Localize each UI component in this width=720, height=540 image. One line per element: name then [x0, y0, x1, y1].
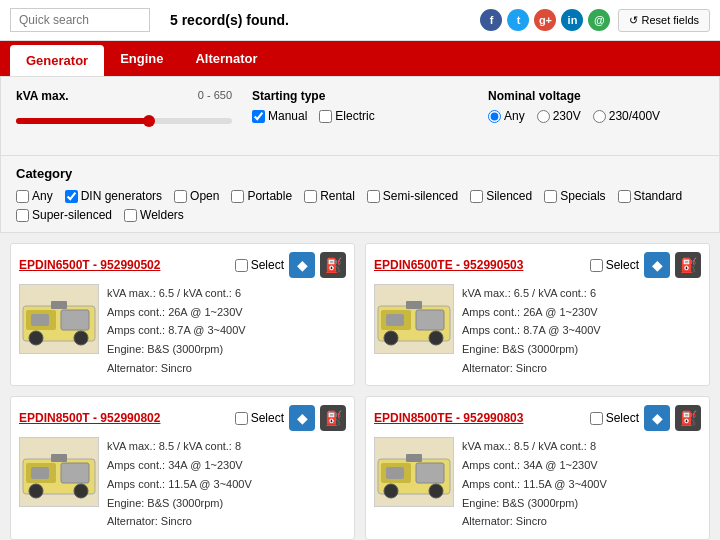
230v-radio[interactable] — [537, 110, 550, 123]
product-title-3[interactable]: EPDIN8500TE - 952990803 — [374, 411, 523, 425]
fan-button-2[interactable]: ◆ — [289, 405, 315, 431]
any-voltage-option[interactable]: Any — [488, 109, 525, 123]
cat-semi-checkbox[interactable] — [367, 190, 380, 203]
cat-any[interactable]: Any — [16, 189, 53, 203]
230-400v-radio[interactable] — [593, 110, 606, 123]
fuel-button-1[interactable]: ⛽ — [675, 252, 701, 278]
product-title-1[interactable]: EPDIN6500TE - 952990503 — [374, 258, 523, 272]
electric-checkbox[interactable] — [319, 110, 332, 123]
cat-any-checkbox[interactable] — [16, 190, 29, 203]
card-actions-1: Select ◆ ⛽ — [590, 252, 701, 278]
cat-rental-checkbox[interactable] — [304, 190, 317, 203]
product-card-3: EPDIN8500TE - 952990803 Select ◆ ⛽ — [365, 396, 710, 539]
tab-engine[interactable]: Engine — [104, 41, 179, 76]
cat-standard-checkbox[interactable] — [618, 190, 631, 203]
svg-rect-23 — [416, 463, 444, 483]
cat-semi-silenced[interactable]: Semi-silenced — [367, 189, 458, 203]
product-image-0 — [19, 284, 99, 354]
any-voltage-radio[interactable] — [488, 110, 501, 123]
product-card-0: EPDIN6500T - 952990502 Select ◆ ⛽ — [10, 243, 355, 386]
svg-point-4 — [74, 331, 88, 345]
manual-label: Manual — [268, 109, 307, 123]
product-title-0[interactable]: EPDIN6500T - 952990502 — [19, 258, 160, 272]
fuel-button-3[interactable]: ⛽ — [675, 405, 701, 431]
category-label: Category — [16, 166, 704, 181]
fuel-button-2[interactable]: ⛽ — [320, 405, 346, 431]
facebook-icon[interactable]: f — [480, 9, 502, 31]
googleplus-icon[interactable]: g+ — [534, 9, 556, 31]
fan-button-1[interactable]: ◆ — [644, 252, 670, 278]
cat-open[interactable]: Open — [174, 189, 219, 203]
product-title-2[interactable]: EPDIN8500T - 952990802 — [19, 411, 160, 425]
cat-portable-checkbox[interactable] — [231, 190, 244, 203]
category-options: Any DIN generators Open Portable Rental … — [16, 189, 704, 203]
select-checkbox-0[interactable] — [235, 259, 248, 272]
select-option-2[interactable]: Select — [235, 411, 284, 425]
cat-rental-label: Rental — [320, 189, 355, 203]
any-voltage-label: Any — [504, 109, 525, 123]
cat-open-label: Open — [190, 189, 219, 203]
select-option-0[interactable]: Select — [235, 258, 284, 272]
cat-standard[interactable]: Standard — [618, 189, 683, 203]
select-checkbox-2[interactable] — [235, 412, 248, 425]
select-label-1: Select — [606, 258, 639, 272]
product-specs-0: kVA max.: 6.5 / kVA cont.: 6 Amps cont.:… — [107, 284, 246, 377]
spec-2-4: Alternator: Sincro — [107, 512, 252, 531]
cat-portable[interactable]: Portable — [231, 189, 292, 203]
svg-point-17 — [29, 484, 43, 498]
select-option-3[interactable]: Select — [590, 411, 639, 425]
reset-button[interactable]: ↺ Reset fields — [618, 9, 710, 32]
cat-silenced[interactable]: Silenced — [470, 189, 532, 203]
spec-1-2: Amps cont.: 8.7A @ 3~400V — [462, 321, 601, 340]
cat-specials[interactable]: Specials — [544, 189, 605, 203]
cat-welders-checkbox[interactable] — [124, 209, 137, 222]
cat-specials-label: Specials — [560, 189, 605, 203]
svg-rect-26 — [406, 454, 422, 462]
select-checkbox-3[interactable] — [590, 412, 603, 425]
kva-slider[interactable] — [16, 113, 232, 129]
230v-option[interactable]: 230V — [537, 109, 581, 123]
spec-3-3: Engine: B&S (3000rpm) — [462, 494, 607, 513]
product-image-1 — [374, 284, 454, 354]
cat-any-label: Any — [32, 189, 53, 203]
svg-rect-9 — [416, 310, 444, 330]
spec-0-3: Engine: B&S (3000rpm) — [107, 340, 246, 359]
spec-1-1: Amps cont.: 26A @ 1~230V — [462, 303, 601, 322]
select-checkbox-1[interactable] — [590, 259, 603, 272]
fan-button-0[interactable]: ◆ — [289, 252, 315, 278]
select-label-3: Select — [606, 411, 639, 425]
spec-2-3: Engine: B&S (3000rpm) — [107, 494, 252, 513]
cat-semi-label: Semi-silenced — [383, 189, 458, 203]
manual-checkbox[interactable] — [252, 110, 265, 123]
linkedin-icon[interactable]: in — [561, 9, 583, 31]
svg-point-11 — [429, 331, 443, 345]
select-option-1[interactable]: Select — [590, 258, 639, 272]
svg-rect-6 — [31, 314, 49, 326]
cat-rental[interactable]: Rental — [304, 189, 355, 203]
cat-welders[interactable]: Welders — [124, 208, 184, 222]
svg-rect-19 — [51, 454, 67, 462]
manual-option[interactable]: Manual — [252, 109, 307, 123]
spec-2-2: Amps cont.: 11.5A @ 3~400V — [107, 475, 252, 494]
fan-button-3[interactable]: ◆ — [644, 405, 670, 431]
cat-din-checkbox[interactable] — [65, 190, 78, 203]
cat-super-silenced[interactable]: Super-silenced — [16, 208, 112, 222]
cat-open-checkbox[interactable] — [174, 190, 187, 203]
fuel-button-0[interactable]: ⛽ — [320, 252, 346, 278]
cat-silenced-checkbox[interactable] — [470, 190, 483, 203]
electric-option[interactable]: Electric — [319, 109, 374, 123]
svg-point-3 — [29, 331, 43, 345]
cat-din[interactable]: DIN generators — [65, 189, 162, 203]
svg-rect-27 — [386, 467, 404, 479]
email-icon[interactable]: @ — [588, 9, 610, 31]
search-input[interactable] — [10, 8, 150, 32]
twitter-icon[interactable]: t — [507, 9, 529, 31]
cat-specials-checkbox[interactable] — [544, 190, 557, 203]
kva-filter: kVA max. 0 - 650 — [16, 89, 232, 133]
cat-super-checkbox[interactable] — [16, 209, 29, 222]
230-400v-option[interactable]: 230/400V — [593, 109, 660, 123]
tab-generator[interactable]: Generator — [10, 45, 104, 76]
nominal-voltage-label: Nominal voltage — [488, 89, 704, 103]
cat-din-label: DIN generators — [81, 189, 162, 203]
tab-alternator[interactable]: Alternator — [179, 41, 273, 76]
